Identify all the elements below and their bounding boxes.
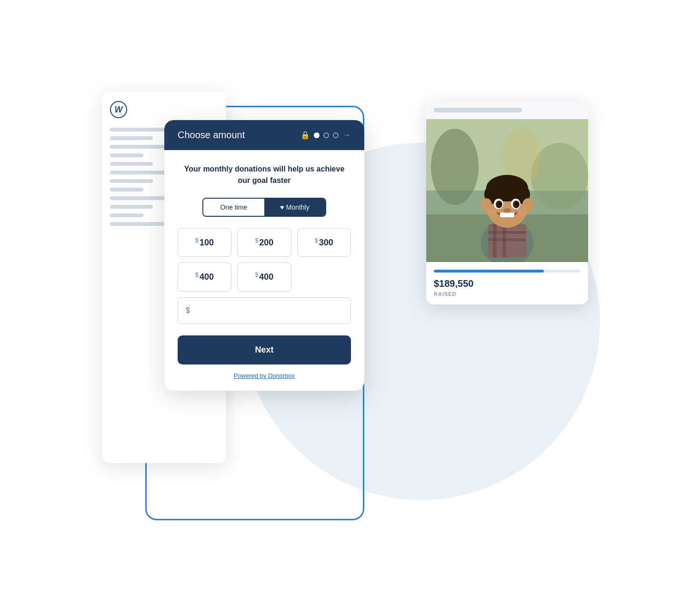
donation-form-body: Your monthly donations will help us achi… <box>164 150 364 391</box>
svg-rect-11 <box>488 238 526 241</box>
step-dot-1 <box>314 132 320 138</box>
svg-point-23 <box>498 202 501 205</box>
svg-point-24 <box>515 202 518 205</box>
sidebar-line <box>110 205 153 209</box>
currency-symbol: $ <box>186 306 190 315</box>
heart-icon: ♥ <box>280 203 284 211</box>
sidebar-line <box>110 188 143 192</box>
monthly-button[interactable]: ♥Monthly <box>264 199 325 216</box>
powered-by-link[interactable]: Powered by Donorbox <box>178 372 351 379</box>
monthly-subtitle: Your monthly donations will help us achi… <box>178 163 351 186</box>
raised-label: RAISED <box>434 291 580 297</box>
sidebar-line <box>110 136 153 140</box>
sidebar-line <box>110 213 143 217</box>
sidebar-line <box>110 171 167 174</box>
frequency-toggle[interactable]: One time ♥Monthly <box>202 198 326 217</box>
one-time-button[interactable]: One time <box>203 199 264 216</box>
svg-point-27 <box>486 208 498 216</box>
fundraiser-image <box>426 119 588 262</box>
fundraiser-card: $189,550 RAISED <box>426 101 588 304</box>
amount-400b-button[interactable]: $400 <box>237 263 291 291</box>
amount-grid-row2: $400 $400 <box>178 263 351 291</box>
svg-point-26 <box>503 208 511 213</box>
step-dot-2 <box>323 132 329 138</box>
lock-icon: 🔒 <box>300 131 310 140</box>
raised-amount: $189,550 <box>434 278 580 289</box>
amount-300-button[interactable]: $300 <box>297 228 351 257</box>
header-icons: 🔒 → <box>300 130 351 140</box>
donation-form-panel: Choose amount 🔒 → Your monthly donations… <box>164 120 364 391</box>
amount-400a-button[interactable]: $400 <box>178 263 231 291</box>
amount-100-button[interactable]: $100 <box>178 228 231 257</box>
sidebar-line <box>110 145 167 149</box>
custom-amount-container: $ <box>178 297 351 324</box>
sidebar-line <box>110 128 167 132</box>
form-title: Choose amount <box>178 130 294 141</box>
sidebar-line <box>110 153 143 157</box>
sidebar-line <box>110 196 167 200</box>
header-bar-line <box>434 108 522 112</box>
custom-amount-input[interactable] <box>194 306 343 315</box>
progress-bar-fill <box>434 270 544 273</box>
wordpress-logo: W <box>110 101 127 118</box>
svg-point-28 <box>517 208 528 216</box>
svg-rect-10 <box>488 231 526 234</box>
amount-200-button[interactable]: $200 <box>237 228 291 257</box>
next-button[interactable]: Next <box>178 335 351 364</box>
progress-bar-container <box>434 270 580 273</box>
fundraiser-info: $189,550 RAISED <box>426 262 588 304</box>
fundraiser-header-bar <box>426 101 588 119</box>
arrow-icon: → <box>342 130 351 140</box>
svg-point-3 <box>431 129 479 205</box>
sidebar-line <box>110 179 153 183</box>
donation-form-header: Choose amount 🔒 → <box>164 120 364 150</box>
step-dot-3 <box>333 132 339 138</box>
sidebar-line <box>110 162 153 166</box>
sidebar-line <box>110 222 167 226</box>
svg-rect-25 <box>500 212 514 217</box>
amount-grid-row1: $100 $200 $300 <box>178 228 351 257</box>
